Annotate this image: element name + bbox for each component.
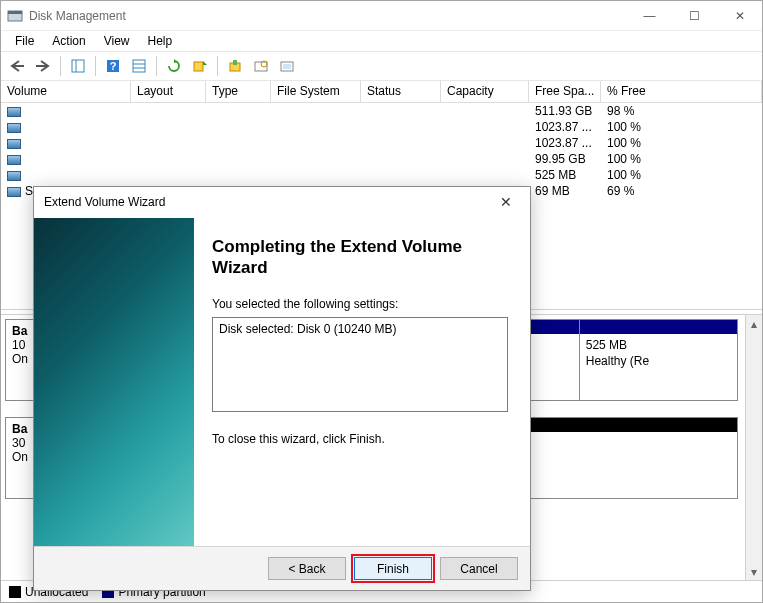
nav-forward-button[interactable] — [31, 54, 55, 78]
svg-rect-15 — [233, 60, 237, 65]
menu-view[interactable]: View — [96, 33, 138, 49]
volume-name: S — [25, 184, 33, 198]
pct-free: 100 % — [601, 135, 647, 151]
volume-list-header: Volume Layout Type File System Status Ca… — [1, 81, 762, 103]
toolbar-action1-button[interactable] — [223, 54, 247, 78]
swatch-black-icon — [9, 586, 21, 598]
list-item: 1023.87 ...100 % — [1, 135, 762, 151]
toolbar-action3-button[interactable] — [275, 54, 299, 78]
wizard-button-bar: < Back Finish Cancel — [34, 546, 530, 590]
partition-label: Healthy (Re — [586, 354, 731, 370]
wizard-hint: To close this wizard, click Finish. — [212, 432, 508, 446]
toolbar-tree-button[interactable] — [66, 54, 90, 78]
partition[interactable]: 525 MB Healthy (Re — [579, 320, 737, 400]
free-space: 69 MB — [529, 183, 601, 199]
col-capacity[interactable]: Capacity — [441, 81, 529, 102]
volume-icon — [7, 107, 21, 117]
pct-free: 98 % — [601, 103, 640, 119]
scrollbar[interactable]: ▴ ▾ — [745, 315, 762, 580]
scroll-down-icon[interactable]: ▾ — [746, 563, 762, 580]
toolbar-rescan-button[interactable] — [188, 54, 212, 78]
window-minimize-button[interactable]: — — [627, 1, 672, 30]
app-icon — [7, 8, 23, 24]
finish-button[interactable]: Finish — [354, 557, 432, 580]
pct-free: 69 % — [601, 183, 640, 199]
free-space: 99.95 GB — [529, 151, 601, 167]
free-space: 525 MB — [529, 167, 601, 183]
col-layout[interactable]: Layout — [131, 81, 206, 102]
list-item: 1023.87 ...100 % — [1, 119, 762, 135]
col-pct[interactable]: % Free — [601, 81, 762, 102]
free-space: 1023.87 ... — [529, 119, 601, 135]
scroll-up-icon[interactable]: ▴ — [746, 315, 762, 332]
toolbar-separator — [60, 56, 61, 76]
toolbar-refresh-button[interactable] — [162, 54, 186, 78]
wizard-heading: Completing the Extend Volume Wizard — [212, 236, 508, 279]
col-free[interactable]: Free Spa... — [529, 81, 601, 102]
col-fs[interactable]: File System — [271, 81, 361, 102]
extend-volume-wizard: Extend Volume Wizard ✕ Completing the Ex… — [33, 186, 531, 591]
svg-marker-13 — [203, 61, 207, 65]
window-close-button[interactable]: ✕ — [717, 1, 762, 30]
svg-rect-19 — [283, 64, 291, 69]
volume-icon — [7, 123, 21, 133]
toolbar-list-button[interactable] — [127, 54, 151, 78]
wizard-close-button[interactable]: ✕ — [490, 194, 522, 210]
wizard-selection: Disk selected: Disk 0 (10240 MB) — [219, 322, 501, 336]
list-item: 525 MB100 % — [1, 167, 762, 183]
toolbar: ? — [1, 51, 762, 81]
nav-back-button[interactable] — [5, 54, 29, 78]
col-type[interactable]: Type — [206, 81, 271, 102]
svg-rect-12 — [194, 62, 203, 71]
toolbar-action2-button[interactable] — [249, 54, 273, 78]
volume-icon — [7, 171, 21, 181]
pct-free: 100 % — [601, 151, 647, 167]
list-item: 99.95 GB100 % — [1, 151, 762, 167]
wizard-summary-box[interactable]: Disk selected: Disk 0 (10240 MB) — [212, 317, 508, 412]
col-volume[interactable]: Volume — [1, 81, 131, 102]
back-button[interactable]: < Back — [268, 557, 346, 580]
wizard-subtitle: You selected the following settings: — [212, 297, 508, 311]
volume-icon — [7, 139, 21, 149]
list-item: 511.93 GB98 % — [1, 103, 762, 119]
col-status[interactable]: Status — [361, 81, 441, 102]
content-area: Volume Layout Type File System Status Ca… — [1, 81, 762, 580]
toolbar-separator — [95, 56, 96, 76]
close-icon: ✕ — [735, 9, 745, 23]
window-maximize-button[interactable]: ☐ — [672, 1, 717, 30]
toolbar-help-button[interactable]: ? — [101, 54, 125, 78]
wizard-title: Extend Volume Wizard — [44, 195, 490, 209]
menu-action[interactable]: Action — [44, 33, 93, 49]
partition-label: 525 MB — [586, 338, 731, 354]
volume-icon — [7, 187, 21, 197]
window-title: Disk Management — [29, 9, 627, 23]
volume-icon — [7, 155, 21, 165]
pct-free: 100 % — [601, 119, 647, 135]
cancel-button[interactable]: Cancel — [440, 557, 518, 580]
svg-rect-4 — [72, 60, 84, 72]
free-space: 1023.87 ... — [529, 135, 601, 151]
wizard-titlebar: Extend Volume Wizard ✕ — [34, 187, 530, 217]
toolbar-separator — [156, 56, 157, 76]
window-titlebar: Disk Management — ☐ ✕ — [1, 1, 762, 31]
maximize-icon: ☐ — [689, 9, 700, 23]
wizard-banner — [34, 218, 194, 546]
toolbar-separator — [217, 56, 218, 76]
menu-help[interactable]: Help — [140, 33, 181, 49]
svg-text:?: ? — [110, 60, 117, 72]
partition-bar — [580, 320, 737, 334]
svg-rect-1 — [8, 11, 22, 14]
free-space: 511.93 GB — [529, 103, 601, 119]
menu-file[interactable]: File — [7, 33, 42, 49]
svg-rect-8 — [133, 60, 145, 72]
pct-free: 100 % — [601, 167, 647, 183]
minimize-icon: — — [644, 9, 656, 23]
menu-bar: File Action View Help — [1, 31, 762, 51]
